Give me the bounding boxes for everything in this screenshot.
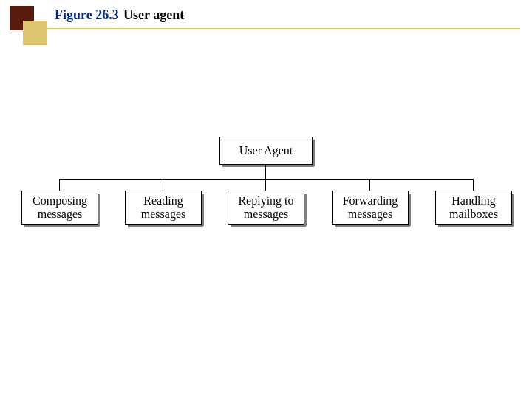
connector [369,179,370,191]
connector [59,179,60,191]
connector [265,164,266,179]
node-child-line: Replying to [238,194,293,208]
node-child-line: messages [244,208,288,221]
connector [265,179,266,191]
node-child-line: Composing [33,194,87,208]
node-child-line: Handling [451,194,496,208]
node-child-0: Composing messages [21,191,98,225]
node-child-line: Reading [143,194,183,208]
figure-title: User agent [123,7,184,23]
node-child-line: messages [348,208,392,221]
node-child-4: Handling mailboxes [435,191,512,225]
connector [163,179,163,191]
connector [59,179,473,180]
node-child-3: Forwarding messages [332,191,409,225]
node-child-line: Forwarding [343,194,398,208]
figure-number: Figure 26.3 [55,7,119,23]
node-child-1: Reading messages [125,191,202,225]
connector [473,179,474,191]
node-root: User Agent [219,137,313,165]
header-rule [47,28,520,29]
node-child-line: messages [38,208,82,221]
node-root-label: User Agent [239,144,293,157]
node-child-line: mailboxes [449,208,498,221]
slide: Figure 26.3 User agent User Agent Compos… [0,0,532,399]
corner-square-light [23,21,47,45]
node-child-2: Replying to messages [228,191,304,225]
node-child-line: messages [141,208,185,221]
